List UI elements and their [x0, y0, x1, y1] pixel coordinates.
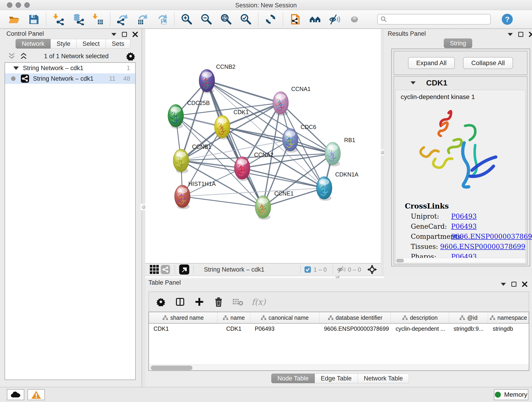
crosslink-value-link[interactable]: 9606.ENSP00000378699	[440, 243, 525, 250]
table-options-gear-icon[interactable]	[155, 296, 166, 307]
tab-node-table[interactable]: Node Table	[271, 374, 315, 383]
results-panel-float-icon[interactable]	[518, 32, 523, 37]
tab-string[interactable]: String	[444, 38, 472, 48]
show-all-button[interactable]	[348, 13, 361, 26]
results-hscrollbar[interactable]	[396, 258, 525, 263]
column-header-namespace[interactable]: namespace	[488, 312, 529, 323]
column-header-canonical-name[interactable]: canonical name	[250, 312, 319, 323]
table-panel-float-icon[interactable]	[511, 282, 516, 287]
home-layout-icon	[309, 13, 321, 25]
column-header-name[interactable]: name	[217, 312, 250, 323]
table-hscrollbar[interactable]	[149, 364, 529, 370]
zoom-fit-button[interactable]	[220, 13, 233, 26]
import-network-database-icon	[72, 13, 84, 25]
add-column-icon[interactable]	[194, 296, 205, 307]
results-panel-close-icon[interactable]	[529, 32, 532, 37]
search-input[interactable]	[377, 14, 491, 25]
column-header-database-identifier[interactable]: database identifier	[319, 312, 391, 323]
import-table-file-button[interactable]	[91, 13, 104, 26]
delete-table-icon[interactable]	[232, 296, 243, 307]
collapse-all-button[interactable]: Collapse All	[463, 57, 513, 69]
column-header-shared-name[interactable]: shared name	[149, 312, 217, 323]
delete-column-icon[interactable]	[213, 296, 224, 307]
network-edge[interactable]	[182, 196, 263, 207]
node-RB1[interactable]: RB1	[325, 137, 355, 166]
collapse-all-networks-icon[interactable]	[20, 53, 27, 60]
import-network-database-button[interactable]	[71, 13, 85, 26]
table-hscroll-thumb[interactable]	[151, 366, 192, 370]
crosslink-value-link[interactable]: P06493	[451, 212, 477, 220]
tab-sets[interactable]: Sets	[106, 39, 130, 49]
cloud-icon	[11, 391, 21, 398]
network-edge[interactable]	[207, 81, 281, 103]
network-row[interactable]: String Network – cdk1 11 48	[5, 73, 135, 84]
crosslink-value-link[interactable]: 9606.ENSP00000378699	[451, 233, 532, 240]
table-row[interactable]: CDK1CDK1P064939606.ENSP00000378699cyclin…	[149, 324, 529, 334]
gene-section-caret-icon[interactable]	[411, 81, 416, 84]
tab-edge-table[interactable]: Edge Table	[315, 374, 358, 383]
control-panel-tabs: NetworkStyleSelectSets	[16, 39, 130, 49]
cloud-status-button[interactable]	[7, 389, 24, 400]
results-panel-collapse-icon[interactable]	[508, 33, 513, 36]
help-button[interactable]: ?	[502, 14, 513, 25]
open-session-button[interactable]	[7, 13, 21, 26]
right-splitter[interactable]	[381, 29, 384, 278]
selected-nodes-checkbox[interactable]	[304, 266, 311, 273]
gene-section: CDK1 cyclin-dependent kinase 1 CrossLink…	[394, 76, 527, 264]
memory-button[interactable]: Memory	[494, 389, 528, 400]
export-image-button[interactable]	[155, 13, 169, 26]
grid-view-icon[interactable]	[149, 264, 160, 275]
refresh-view-button[interactable]	[264, 13, 277, 26]
function-builder-icon[interactable]: f(x)	[252, 297, 266, 307]
control-panel: Control Panel NetworkStyleSelectSets 1 o…	[0, 29, 142, 387]
zoom-selected-button[interactable]	[239, 13, 253, 26]
table-panel-close-icon[interactable]	[522, 281, 527, 287]
node-CDKN1A[interactable]: CDKN1A	[317, 171, 359, 201]
zoom-in-button[interactable]	[180, 13, 193, 26]
network-label: String Network – cdk1	[33, 75, 109, 82]
column-header-description[interactable]: description	[391, 312, 449, 323]
expand-all-networks-icon[interactable]	[8, 53, 16, 60]
control-panel-close-icon[interactable]	[133, 32, 138, 37]
home-layout-button[interactable]	[308, 13, 322, 26]
zoom-out-button[interactable]	[200, 13, 213, 26]
hidden-counts: 0 – 0	[348, 266, 361, 273]
fit-content-icon[interactable]	[367, 264, 378, 275]
left-splitter[interactable]	[142, 29, 145, 387]
tab-select[interactable]: Select	[76, 39, 106, 49]
crosslink-value-link[interactable]: P06493	[451, 223, 477, 230]
network-options-gear-icon[interactable]	[125, 51, 136, 62]
crosslink-row: Uniprot:P06493	[411, 212, 525, 220]
tab-network[interactable]: Network	[16, 39, 51, 49]
tab-style[interactable]: Style	[51, 39, 76, 49]
network-canvas[interactable]: CCNB2CCNA1CDC25BCDK1CDC6RB1CCNB1CCNA2CDK…	[145, 29, 381, 263]
expand-all-button[interactable]: Expand All	[408, 57, 455, 69]
table-panel-collapse-icon[interactable]	[501, 283, 506, 286]
birds-eye-view-icon[interactable]	[179, 264, 190, 275]
network-edge[interactable]	[207, 81, 263, 207]
network-collection-row[interactable]: String Network – cdk1 1	[5, 63, 135, 73]
node-label-CDC25B: CDC25B	[187, 100, 210, 106]
save-session-button[interactable]	[27, 13, 40, 26]
export-table-button[interactable]	[136, 13, 149, 26]
column-header-@id[interactable]: @id	[449, 312, 488, 323]
node-CCNE1[interactable]: CCNE1	[255, 190, 294, 220]
gene-section-header[interactable]: CDK1	[394, 77, 527, 89]
show-columns-icon[interactable]	[175, 296, 186, 307]
tab-network-table[interactable]: Network Table	[358, 374, 409, 383]
table-tabs: Node TableEdge TableNetwork Table	[271, 374, 409, 383]
tree-expander-icon[interactable]	[13, 66, 19, 70]
control-panel-float-icon[interactable]	[122, 32, 127, 37]
node-CCNB2[interactable]: CCNB2	[199, 64, 235, 94]
network-overview-icon[interactable]	[160, 264, 171, 275]
hidden-elements-icon[interactable]	[337, 266, 346, 274]
string-document-button[interactable]	[289, 13, 302, 26]
node-CCNA1[interactable]: CCNA1	[273, 86, 311, 116]
warning-status-button[interactable]	[27, 389, 45, 400]
hide-selected-button[interactable]	[328, 13, 341, 26]
export-network-button[interactable]	[116, 13, 129, 26]
crosslinks-list: Uniprot:P06493GeneCard:P06493Compartment…	[396, 212, 525, 261]
control-panel-collapse-icon[interactable]	[111, 33, 116, 36]
network-edge[interactable]	[181, 160, 242, 168]
import-network-file-button[interactable]	[52, 13, 65, 26]
